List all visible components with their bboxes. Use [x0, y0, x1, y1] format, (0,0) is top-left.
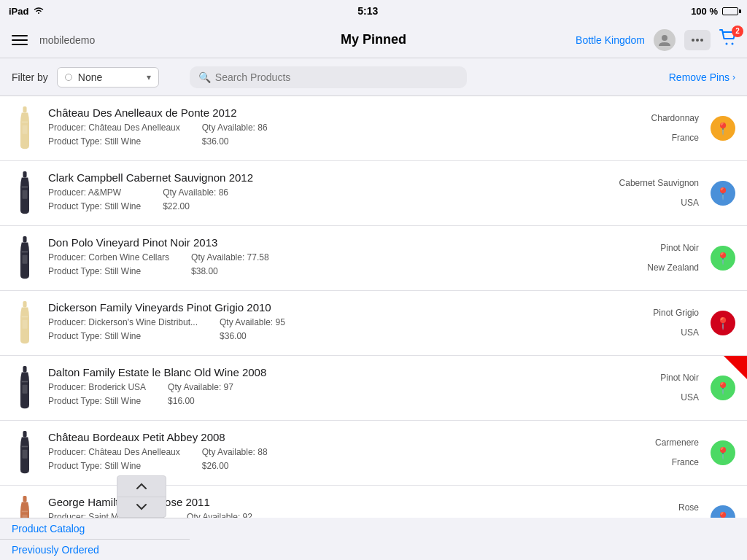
search-bar[interactable]: 🔍	[190, 66, 467, 88]
product-right: Cabernet Sauvignon USA	[553, 176, 699, 210]
pin-icon: 📍	[716, 316, 730, 330]
producer-col: Producer: Dickerson's Wine Distribut... …	[48, 316, 198, 343]
producer-col: Producer: Château Des Anelleaux Product …	[48, 121, 180, 149]
variety-text: Rose	[678, 501, 699, 515]
type-text: Product Type: Still Wine	[48, 135, 180, 149]
bottle-image	[12, 235, 38, 281]
table-row[interactable]: George Hamilton Brut Rose 2011 Producer:…	[0, 486, 747, 518]
product-name: Château Bordeaux Petit Abbey 2008	[48, 431, 553, 443]
remove-pins-button[interactable]: Remove Pins ›	[669, 71, 735, 83]
table-row[interactable]: Don Polo Vineyard Pinot Noir 2013 Produc…	[0, 226, 747, 291]
pin-button[interactable]: 📍	[711, 311, 735, 335]
cart-button[interactable]: 2	[719, 29, 738, 51]
filter-value: None	[78, 71, 141, 83]
product-right: Rose USA	[553, 501, 699, 518]
remove-pins-label: Remove Pins	[669, 71, 729, 83]
producer-col: Producer: A&MPW Product Type: Still Wine	[48, 186, 141, 214]
svg-rect-6	[23, 171, 26, 178]
nav-item-product-catalog[interactable]: Product Catalog	[0, 518, 190, 540]
filter-dropdown[interactable]: None ▾	[57, 67, 159, 88]
price-text: $26.00	[202, 459, 268, 473]
variety-text: Pinot Grigio	[653, 306, 699, 320]
svg-rect-9	[23, 236, 26, 243]
battery-icon	[722, 7, 738, 15]
pin-icon: 📍	[716, 187, 730, 201]
nav-item-previously-ordered[interactable]: Previously Ordered	[0, 540, 190, 560]
product-info: Clark Campbell Cabernet Sauvignon 2012 P…	[48, 171, 553, 215]
qty-text: Qty Available: 86	[163, 186, 228, 200]
qty-col: Qty Available: 97 $16.00	[168, 381, 233, 408]
avatar[interactable]	[654, 29, 676, 51]
scroll-up-button[interactable]	[117, 476, 166, 497]
svg-rect-15	[23, 366, 26, 373]
product-name: Clark Campbell Cabernet Sauvignon 2012	[48, 171, 553, 184]
region-text: USA	[681, 196, 699, 210]
price-text: $38.00	[191, 265, 269, 279]
svg-rect-21	[23, 496, 26, 502]
qty-text: Qty Available: 97	[168, 381, 233, 394]
product-right: Chardonnay France	[553, 112, 699, 145]
producer-col: Producer: Corben Wine Cellars Product Ty…	[48, 251, 169, 279]
pin-icon: 📍	[716, 122, 730, 136]
svg-rect-13	[22, 316, 28, 318]
producer-text: Producer: A&MPW	[48, 186, 141, 200]
product-right: Pinot Grigio USA	[553, 306, 699, 340]
producer-text: Producer: Château Des Anelleaux	[48, 121, 180, 135]
product-info: Dalton Family Estate le Blanc Old Wine 2…	[48, 366, 553, 410]
pin-button[interactable]: 📍	[711, 505, 735, 518]
svg-rect-20	[23, 450, 28, 459]
producer-text: Producer: Corben Wine Cellars	[48, 251, 169, 265]
bottle-image	[12, 170, 38, 217]
product-name: Don Polo Vineyard Pinot Noir 2013	[48, 236, 553, 249]
product-details: Producer: Château Des Anelleaux Product …	[48, 446, 553, 473]
pin-button[interactable]: 📍	[711, 376, 735, 400]
scroll-down-button[interactable]	[117, 497, 166, 518]
product-list: Château Des Anelleaux de Ponte 2012 Prod…	[0, 96, 747, 518]
variety-text: Chardonnay	[651, 112, 699, 125]
type-text: Product Type: Still Wine	[48, 330, 198, 343]
pin-icon: 📍	[716, 381, 730, 395]
product-info: Dickerson Family Vineyards Pinot Grigio …	[48, 301, 553, 345]
store-name[interactable]: Bottle Kingdom	[576, 34, 645, 46]
pin-button[interactable]: 📍	[711, 440, 735, 465]
region-text: USA	[681, 326, 699, 340]
hamburger-menu[interactable]	[9, 32, 31, 48]
svg-rect-17	[23, 385, 28, 394]
table-row[interactable]: Dalton Family Estate le Blanc Old Wine 2…	[0, 356, 747, 421]
variety-text: Carmenere	[655, 436, 699, 450]
table-row[interactable]: Dickerson Family Vineyards Pinot Grigio …	[0, 291, 747, 356]
scroll-controls[interactable]	[117, 475, 166, 518]
product-right: Pinot Noir USA	[553, 371, 699, 405]
qty-text: Qty Available: 77.58	[191, 251, 269, 265]
product-details: Producer: Château Des Anelleaux Product …	[48, 121, 553, 149]
product-name: Dalton Family Estate le Blanc Old Wine 2…	[48, 366, 553, 378]
table-row[interactable]: Château Bordeaux Petit Abbey 2008 Produc…	[0, 421, 747, 486]
price-text: $36.00	[220, 330, 285, 343]
svg-rect-12	[23, 301, 26, 308]
pin-icon: 📍	[716, 511, 730, 518]
svg-rect-16	[22, 381, 28, 383]
qty-text: Qty Available: 88	[202, 446, 268, 459]
pin-button[interactable]: 📍	[711, 246, 735, 271]
pin-icon: 📍	[716, 252, 730, 265]
status-bar: iPad 5:13 100 %	[0, 0, 747, 22]
chevron-right-icon: ›	[732, 72, 735, 82]
producer-text: Producer: Château Des Anelleaux	[48, 446, 180, 459]
pin-button[interactable]: 📍	[711, 116, 735, 141]
more-button[interactable]	[684, 30, 711, 50]
bottle-image	[12, 365, 38, 411]
svg-point-1	[726, 42, 728, 44]
product-name: Château Des Anelleaux de Ponte 2012	[48, 106, 553, 119]
qty-col: Qty Available: 95 $36.00	[220, 316, 285, 343]
svg-rect-22	[22, 511, 28, 513]
product-details: Producer: Corben Wine Cellars Product Ty…	[48, 251, 553, 279]
search-input[interactable]	[215, 71, 458, 83]
table-row[interactable]: Clark Campbell Cabernet Sauvignon 2012 P…	[0, 161, 747, 226]
qty-col: Qty Available: 88 $26.00	[202, 446, 268, 473]
pin-button[interactable]: 📍	[711, 181, 735, 206]
pin-icon: 📍	[716, 446, 730, 460]
product-name: Dickerson Family Vineyards Pinot Grigio …	[48, 301, 553, 314]
product-right: Pinot Noir New Zealand	[553, 241, 699, 275]
bottle-image	[12, 300, 38, 346]
table-row[interactable]: Château Des Anelleaux de Ponte 2012 Prod…	[0, 96, 747, 161]
